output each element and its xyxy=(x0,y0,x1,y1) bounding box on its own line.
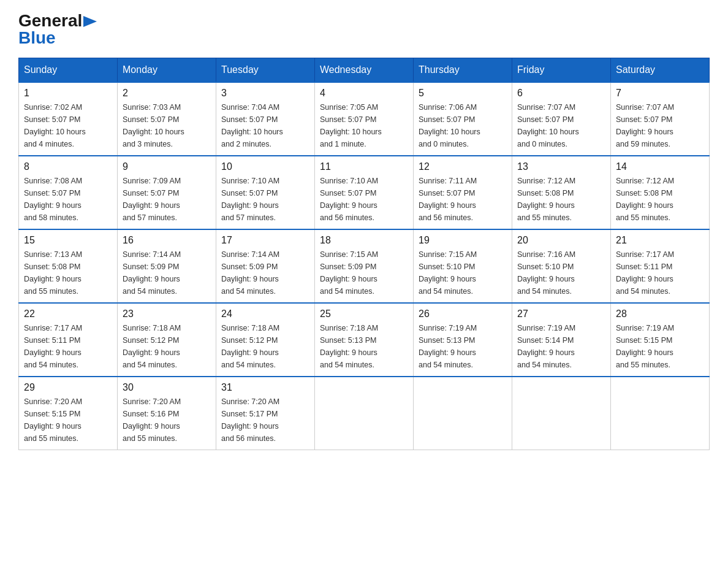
calendar-week-row: 22Sunrise: 7:17 AMSunset: 5:11 PMDayligh… xyxy=(19,303,710,377)
day-info: Sunrise: 7:06 AMSunset: 5:07 PMDaylight:… xyxy=(419,101,507,150)
day-number: 13 xyxy=(517,161,605,172)
day-info: Sunrise: 7:10 AMSunset: 5:07 PMDaylight:… xyxy=(221,175,309,224)
calendar-day-cell: 29Sunrise: 7:20 AMSunset: 5:15 PMDayligh… xyxy=(19,377,118,450)
calendar-day-cell xyxy=(315,377,414,450)
day-info: Sunrise: 7:04 AMSunset: 5:07 PMDaylight:… xyxy=(221,101,309,150)
day-info: Sunrise: 7:11 AMSunset: 5:07 PMDaylight:… xyxy=(419,175,507,224)
calendar-day-cell: 30Sunrise: 7:20 AMSunset: 5:16 PMDayligh… xyxy=(118,377,216,450)
day-number: 14 xyxy=(616,161,704,172)
calendar-day-cell: 24Sunrise: 7:18 AMSunset: 5:12 PMDayligh… xyxy=(216,303,315,377)
day-info: Sunrise: 7:17 AMSunset: 5:11 PMDaylight:… xyxy=(616,248,704,297)
day-info: Sunrise: 7:18 AMSunset: 5:12 PMDaylight:… xyxy=(221,322,309,371)
calendar-day-cell: 21Sunrise: 7:17 AMSunset: 5:11 PMDayligh… xyxy=(611,229,710,303)
logo: General Blue xyxy=(18,12,97,47)
day-number: 28 xyxy=(616,308,704,320)
calendar-day-cell: 22Sunrise: 7:17 AMSunset: 5:11 PMDayligh… xyxy=(19,303,118,377)
calendar-day-cell: 20Sunrise: 7:16 AMSunset: 5:10 PMDayligh… xyxy=(512,229,611,303)
day-info: Sunrise: 7:05 AMSunset: 5:07 PMDaylight:… xyxy=(320,101,408,150)
day-number: 18 xyxy=(320,235,408,246)
day-info: Sunrise: 7:14 AMSunset: 5:09 PMDaylight:… xyxy=(221,248,309,297)
calendar-day-cell: 11Sunrise: 7:10 AMSunset: 5:07 PMDayligh… xyxy=(315,156,414,229)
column-header-tuesday: Tuesday xyxy=(216,58,315,83)
day-number: 2 xyxy=(123,88,211,99)
day-info: Sunrise: 7:13 AMSunset: 5:08 PMDaylight:… xyxy=(24,248,112,297)
calendar-day-cell: 19Sunrise: 7:15 AMSunset: 5:10 PMDayligh… xyxy=(414,229,512,303)
calendar-day-cell: 26Sunrise: 7:19 AMSunset: 5:13 PMDayligh… xyxy=(414,303,512,377)
day-number: 20 xyxy=(517,235,605,246)
day-info: Sunrise: 7:19 AMSunset: 5:15 PMDaylight:… xyxy=(616,322,704,371)
logo-triangle-icon xyxy=(83,16,97,27)
calendar-day-cell xyxy=(611,377,710,450)
calendar-day-cell xyxy=(512,377,611,450)
calendar-day-cell: 18Sunrise: 7:15 AMSunset: 5:09 PMDayligh… xyxy=(315,229,414,303)
column-header-thursday: Thursday xyxy=(414,58,512,83)
day-info: Sunrise: 7:07 AMSunset: 5:07 PMDaylight:… xyxy=(517,101,605,150)
calendar-day-cell: 5Sunrise: 7:06 AMSunset: 5:07 PMDaylight… xyxy=(414,82,512,156)
day-info: Sunrise: 7:19 AMSunset: 5:13 PMDaylight:… xyxy=(419,322,507,371)
calendar-day-cell: 6Sunrise: 7:07 AMSunset: 5:07 PMDaylight… xyxy=(512,82,611,156)
day-info: Sunrise: 7:03 AMSunset: 5:07 PMDaylight:… xyxy=(123,101,211,150)
day-number: 21 xyxy=(616,235,704,246)
day-number: 17 xyxy=(221,235,309,246)
day-info: Sunrise: 7:19 AMSunset: 5:14 PMDaylight:… xyxy=(517,322,605,371)
calendar-day-cell: 8Sunrise: 7:08 AMSunset: 5:07 PMDaylight… xyxy=(19,156,118,229)
calendar-week-row: 29Sunrise: 7:20 AMSunset: 5:15 PMDayligh… xyxy=(19,377,710,450)
day-number: 4 xyxy=(320,88,408,99)
day-number: 5 xyxy=(419,88,507,99)
day-number: 24 xyxy=(221,308,309,320)
svg-marker-0 xyxy=(83,16,97,27)
day-number: 29 xyxy=(24,382,112,393)
column-header-friday: Friday xyxy=(512,58,611,83)
calendar-day-cell: 13Sunrise: 7:12 AMSunset: 5:08 PMDayligh… xyxy=(512,156,611,229)
day-info: Sunrise: 7:12 AMSunset: 5:08 PMDaylight:… xyxy=(616,175,704,224)
calendar-day-cell: 3Sunrise: 7:04 AMSunset: 5:07 PMDaylight… xyxy=(216,82,315,156)
day-info: Sunrise: 7:17 AMSunset: 5:11 PMDaylight:… xyxy=(24,322,112,371)
calendar-day-cell: 14Sunrise: 7:12 AMSunset: 5:08 PMDayligh… xyxy=(611,156,710,229)
calendar-day-cell: 12Sunrise: 7:11 AMSunset: 5:07 PMDayligh… xyxy=(414,156,512,229)
day-number: 9 xyxy=(123,161,211,172)
calendar-week-row: 15Sunrise: 7:13 AMSunset: 5:08 PMDayligh… xyxy=(19,229,710,303)
column-header-sunday: Sunday xyxy=(19,58,118,83)
day-info: Sunrise: 7:20 AMSunset: 5:17 PMDaylight:… xyxy=(221,396,309,445)
column-header-saturday: Saturday xyxy=(611,58,710,83)
calendar-header-row: SundayMondayTuesdayWednesdayThursdayFrid… xyxy=(19,58,710,83)
column-header-wednesday: Wednesday xyxy=(315,58,414,83)
calendar-table: SundayMondayTuesdayWednesdayThursdayFrid… xyxy=(18,58,710,450)
calendar-day-cell: 31Sunrise: 7:20 AMSunset: 5:17 PMDayligh… xyxy=(216,377,315,450)
calendar-day-cell: 28Sunrise: 7:19 AMSunset: 5:15 PMDayligh… xyxy=(611,303,710,377)
day-number: 15 xyxy=(24,235,112,246)
day-number: 7 xyxy=(616,88,704,99)
column-header-monday: Monday xyxy=(118,58,216,83)
day-info: Sunrise: 7:09 AMSunset: 5:07 PMDaylight:… xyxy=(123,175,211,224)
day-info: Sunrise: 7:12 AMSunset: 5:08 PMDaylight:… xyxy=(517,175,605,224)
calendar-day-cell: 2Sunrise: 7:03 AMSunset: 5:07 PMDaylight… xyxy=(118,82,216,156)
day-number: 1 xyxy=(24,88,112,99)
day-number: 25 xyxy=(320,308,408,320)
calendar-week-row: 8Sunrise: 7:08 AMSunset: 5:07 PMDaylight… xyxy=(19,156,710,229)
calendar-day-cell: 1Sunrise: 7:02 AMSunset: 5:07 PMDaylight… xyxy=(19,82,118,156)
calendar-day-cell: 16Sunrise: 7:14 AMSunset: 5:09 PMDayligh… xyxy=(118,229,216,303)
calendar-day-cell: 10Sunrise: 7:10 AMSunset: 5:07 PMDayligh… xyxy=(216,156,315,229)
calendar-day-cell: 4Sunrise: 7:05 AMSunset: 5:07 PMDaylight… xyxy=(315,82,414,156)
day-info: Sunrise: 7:16 AMSunset: 5:10 PMDaylight:… xyxy=(517,248,605,297)
calendar-day-cell: 9Sunrise: 7:09 AMSunset: 5:07 PMDaylight… xyxy=(118,156,216,229)
calendar-week-row: 1Sunrise: 7:02 AMSunset: 5:07 PMDaylight… xyxy=(19,82,710,156)
calendar-day-cell: 27Sunrise: 7:19 AMSunset: 5:14 PMDayligh… xyxy=(512,303,611,377)
day-info: Sunrise: 7:15 AMSunset: 5:09 PMDaylight:… xyxy=(320,248,408,297)
day-number: 30 xyxy=(123,382,211,393)
day-info: Sunrise: 7:20 AMSunset: 5:15 PMDaylight:… xyxy=(24,396,112,445)
day-info: Sunrise: 7:18 AMSunset: 5:13 PMDaylight:… xyxy=(320,322,408,371)
day-number: 22 xyxy=(24,308,112,320)
day-number: 6 xyxy=(517,88,605,99)
day-info: Sunrise: 7:14 AMSunset: 5:09 PMDaylight:… xyxy=(123,248,211,297)
day-number: 12 xyxy=(419,161,507,172)
calendar-day-cell xyxy=(414,377,512,450)
calendar-day-cell: 7Sunrise: 7:07 AMSunset: 5:07 PMDaylight… xyxy=(611,82,710,156)
logo-general-text: General xyxy=(18,12,82,29)
page-header: General Blue xyxy=(18,12,710,47)
day-number: 31 xyxy=(221,382,309,393)
day-info: Sunrise: 7:08 AMSunset: 5:07 PMDaylight:… xyxy=(24,175,112,224)
day-number: 26 xyxy=(419,308,507,320)
day-number: 11 xyxy=(320,161,408,172)
day-info: Sunrise: 7:10 AMSunset: 5:07 PMDaylight:… xyxy=(320,175,408,224)
